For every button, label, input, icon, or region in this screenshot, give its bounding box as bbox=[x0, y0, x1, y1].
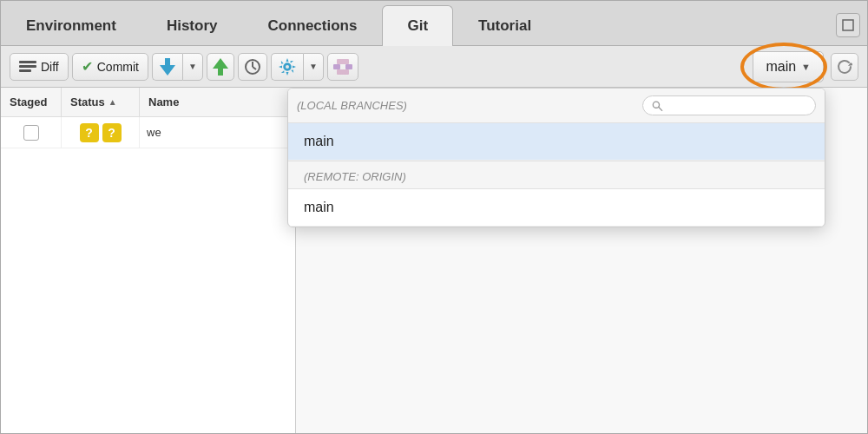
branch-item-local-main[interactable]: main bbox=[288, 123, 825, 161]
svg-rect-16 bbox=[337, 69, 349, 75]
history-button[interactable] bbox=[238, 53, 267, 81]
svg-rect-3 bbox=[19, 69, 31, 72]
svg-marker-5 bbox=[213, 58, 228, 76]
pull-main-button[interactable] bbox=[152, 53, 182, 81]
tab-connections[interactable]: Connections bbox=[242, 5, 382, 46]
gear-main-button[interactable] bbox=[271, 53, 303, 81]
branch-dropdown: (LOCAL BRANCHES) main (REMOTE: ORIGIN) bbox=[287, 88, 825, 227]
branch-search-input[interactable] bbox=[668, 99, 806, 112]
file-list-header: Staged Status ▲ Name bbox=[1, 88, 295, 117]
cell-filename: we bbox=[140, 117, 295, 148]
tab-spacer bbox=[556, 4, 829, 45]
refresh-button[interactable] bbox=[831, 53, 858, 81]
svg-line-8 bbox=[253, 67, 256, 69]
window-controls bbox=[829, 4, 867, 45]
pull-split-button[interactable]: ▼ bbox=[152, 53, 203, 81]
column-header-name: Name bbox=[140, 88, 295, 116]
remote-origin-label: (REMOTE: ORIGIN) bbox=[288, 161, 825, 189]
svg-point-12 bbox=[286, 65, 289, 69]
diff-icon bbox=[19, 60, 36, 74]
column-header-status[interactable]: Status ▲ bbox=[62, 88, 140, 116]
file-panel: Staged Status ▲ Name ? ? bbox=[1, 88, 296, 433]
svg-rect-1 bbox=[19, 61, 36, 63]
tab-history[interactable]: History bbox=[141, 5, 243, 46]
status-badge-2: ? bbox=[102, 123, 122, 142]
local-branches-header: (LOCAL BRANCHES) bbox=[288, 89, 825, 123]
search-icon bbox=[652, 100, 663, 112]
push-icon bbox=[213, 58, 228, 76]
svg-rect-15 bbox=[337, 59, 349, 64]
cell-status: ? ? bbox=[62, 117, 140, 148]
refresh-icon bbox=[837, 59, 852, 75]
branch-search-box[interactable] bbox=[642, 95, 816, 115]
status-badge-1: ? bbox=[80, 123, 99, 142]
maximize-icon bbox=[842, 19, 854, 31]
svg-line-19 bbox=[659, 107, 662, 110]
commit-button[interactable]: ✔ Commit bbox=[72, 53, 148, 81]
tab-tutorial[interactable]: Tutorial bbox=[453, 5, 556, 46]
toolbar: Diff ✔ Commit ▼ bbox=[1, 46, 867, 88]
branch-chevron-icon: ▼ bbox=[801, 62, 811, 72]
diff-button[interactable]: Diff bbox=[10, 53, 69, 81]
column-header-staged: Staged bbox=[1, 88, 62, 116]
tab-bar: Environment History Connections Git Tuto… bbox=[1, 1, 867, 46]
stage-checkbox[interactable] bbox=[23, 125, 39, 141]
tab-git[interactable]: Git bbox=[382, 5, 453, 46]
svg-rect-0 bbox=[843, 20, 853, 30]
svg-rect-14 bbox=[345, 64, 352, 69]
cell-staged[interactable] bbox=[1, 117, 62, 148]
svg-marker-4 bbox=[160, 58, 175, 76]
tab-environment[interactable]: Environment bbox=[1, 5, 141, 46]
local-branches-label: (LOCAL BRANCHES) bbox=[297, 99, 635, 112]
pull-dropdown-arrow[interactable]: ▼ bbox=[182, 53, 203, 81]
branch-item-remote-main[interactable]: main bbox=[288, 189, 825, 227]
window-maximize-button[interactable] bbox=[836, 13, 860, 37]
branch-button-container: main ▼ bbox=[753, 51, 824, 82]
commit-check-icon: ✔ bbox=[82, 58, 93, 75]
gear-icon bbox=[279, 58, 296, 76]
gear-dropdown-arrow[interactable]: ▼ bbox=[303, 53, 324, 81]
push-button[interactable] bbox=[207, 53, 234, 81]
pull-icon bbox=[160, 58, 175, 76]
merge-icon bbox=[333, 59, 352, 75]
svg-rect-2 bbox=[19, 65, 36, 68]
app-window: Environment History Connections Git Tuto… bbox=[0, 0, 868, 434]
gear-split-button[interactable]: ▼ bbox=[271, 53, 324, 81]
svg-rect-13 bbox=[333, 64, 340, 69]
table-row: ? ? we bbox=[1, 117, 295, 148]
branch-button[interactable]: main ▼ bbox=[753, 51, 824, 82]
history-icon bbox=[244, 58, 261, 76]
main-content: Staged Status ▲ Name ? ? bbox=[1, 88, 867, 433]
merge-button[interactable] bbox=[327, 53, 358, 81]
sort-icon: ▲ bbox=[108, 97, 117, 107]
